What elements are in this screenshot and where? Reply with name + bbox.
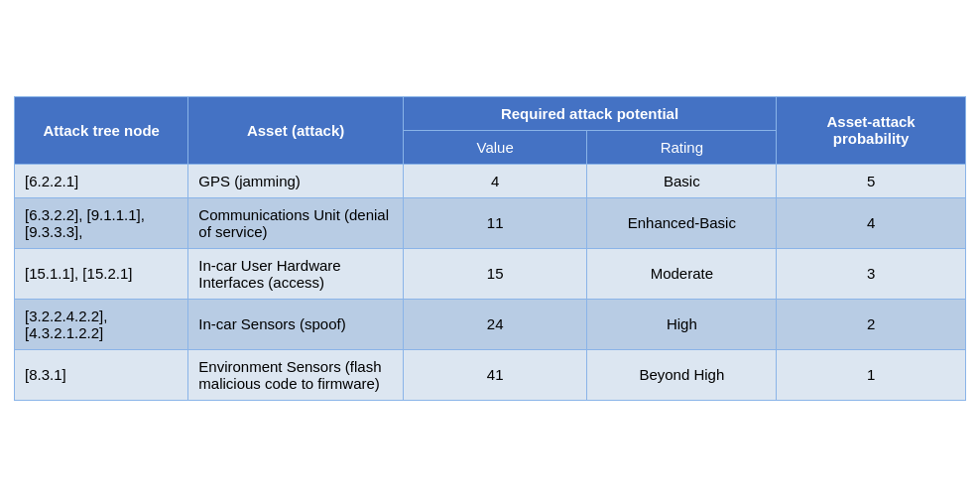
cell-rating: Enhanced-Basic <box>587 197 777 248</box>
cell-asset: GPS (jamming) <box>188 164 404 197</box>
table-row: [8.3.1]Environment Sensors (flash malici… <box>15 349 966 400</box>
cell-probability: 1 <box>777 349 966 400</box>
cell-asset: In-car Sensors (spoof) <box>188 299 404 349</box>
table-row: [6.2.2.1]GPS (jamming)4Basic5 <box>15 164 966 197</box>
cell-node: [8.3.1] <box>15 349 188 400</box>
header-rating: Rating <box>587 130 777 164</box>
cell-value: 15 <box>403 248 587 299</box>
cell-node: [15.1.1], [15.2.1] <box>15 248 188 299</box>
cell-rating: Basic <box>587 164 777 197</box>
cell-probability: 3 <box>777 248 966 299</box>
cell-probability: 2 <box>777 299 966 349</box>
header-row-main: Attack tree node Asset (attack) Required… <box>15 96 966 130</box>
cell-asset: Environment Sensors (flash malicious cod… <box>188 349 404 400</box>
cell-rating: Moderate <box>587 248 777 299</box>
cell-probability: 4 <box>777 197 966 248</box>
cell-probability: 5 <box>777 164 966 197</box>
cell-asset: In-car User Hardware Interfaces (access) <box>188 248 404 299</box>
cell-value: 4 <box>403 164 587 197</box>
header-node: Attack tree node <box>15 96 188 164</box>
table-body: [6.2.2.1]GPS (jamming)4Basic5[6.3.2.2], … <box>15 164 966 400</box>
cell-rating: High <box>587 299 777 349</box>
table-row: [15.1.1], [15.2.1]In-car User Hardware I… <box>15 248 966 299</box>
cell-value: 11 <box>403 197 587 248</box>
cell-value: 24 <box>403 299 587 349</box>
table-row: [6.3.2.2], [9.1.1.1], [9.3.3.3],Communic… <box>15 197 966 248</box>
header-probability: Asset-attack probability <box>777 96 966 164</box>
cell-node: [6.2.2.1] <box>15 164 188 197</box>
attack-tree-table: Attack tree node Asset (attack) Required… <box>14 96 966 401</box>
table-wrapper: Attack tree node Asset (attack) Required… <box>14 96 966 401</box>
header-value: Value <box>403 130 587 164</box>
cell-node: [3.2.2.4.2.2], [4.3.2.1.2.2] <box>15 299 188 349</box>
cell-node: [6.3.2.2], [9.1.1.1], [9.3.3.3], <box>15 197 188 248</box>
cell-asset: Communications Unit (denial of service) <box>188 197 404 248</box>
cell-rating: Beyond High <box>587 349 777 400</box>
cell-value: 41 <box>403 349 587 400</box>
table-row: [3.2.2.4.2.2], [4.3.2.1.2.2]In-car Senso… <box>15 299 966 349</box>
header-asset: Asset (attack) <box>188 96 404 164</box>
header-attack-potential: Required attack potential <box>403 96 776 130</box>
